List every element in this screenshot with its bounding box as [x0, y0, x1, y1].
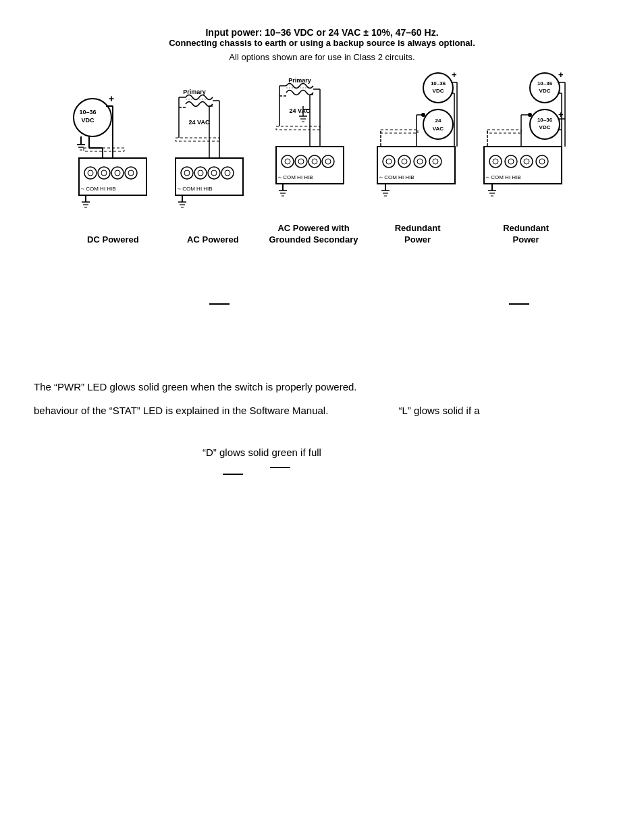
svg-text:+: + — [452, 70, 457, 80]
svg-point-47 — [225, 170, 230, 176]
svg-point-134 — [493, 159, 498, 164]
label-ac-grounded: AC Powered withGrounded Secondary — [269, 223, 358, 246]
diagram-ac-powered: Primary 24 VAC — [169, 80, 257, 246]
label-ac-powered: AC Powered — [187, 234, 239, 246]
svg-point-71 — [285, 159, 290, 164]
svg-rect-97 — [381, 130, 418, 133]
svg-text:Primary: Primary — [289, 77, 312, 84]
svg-point-41 — [184, 170, 190, 176]
svg-point-138 — [524, 159, 529, 164]
svg-text:⏦ COM HI HIB: ⏦ COM HI HIB — [81, 186, 116, 192]
header-section: Input power: 10–36 VDC or 24 VAC ± 10%, … — [34, 27, 610, 62]
svg-point-43 — [198, 170, 203, 176]
svg-text:VAC: VAC — [432, 126, 444, 132]
svg-point-70 — [281, 155, 294, 168]
desc-line2: behaviour of the “STAT” LED is explained… — [34, 401, 610, 420]
svg-point-104 — [414, 155, 426, 168]
description-section: The “PWR” LED glows solid green when the… — [34, 378, 610, 475]
svg-text:+: + — [109, 93, 114, 104]
svg-point-107 — [433, 159, 438, 164]
svg-point-103 — [402, 159, 407, 164]
svg-point-87 — [423, 109, 453, 139]
svg-text:10–36: 10–36 — [80, 109, 97, 116]
label-redundant-2: RedundantPower — [503, 223, 549, 246]
svg-text:⏦ COM HI HIB: ⏦ COM HI HIB — [379, 174, 414, 180]
svg-text:⏦ COM HI HIB: ⏦ COM HI HIB — [178, 186, 213, 192]
label-redundant-1: RedundantPower — [395, 223, 441, 246]
svg-point-18 — [101, 170, 107, 176]
diagram-redundant-2: 10–36 VDC + 10–36 VDC + — [477, 69, 575, 246]
svg-text:⏦ COM HI HIB: ⏦ COM HI HIB — [486, 174, 521, 180]
svg-point-16 — [88, 170, 93, 176]
svg-text:10–36: 10–36 — [537, 80, 552, 86]
header-line1: Input power: 10–36 VDC or 24 VAC ± 10%, … — [34, 27, 610, 38]
diagram-redundant-1: 10–36 VDC + 24 VAC — [371, 69, 465, 246]
svg-point-22 — [128, 170, 134, 176]
svg-text:VDC: VDC — [432, 88, 444, 94]
svg-text:+: + — [558, 109, 564, 120]
svg-text:24 VAC: 24 VAC — [189, 119, 210, 126]
svg-point-101 — [386, 159, 392, 164]
svg-text:10–36: 10–36 — [537, 117, 552, 123]
svg-point-73 — [298, 159, 304, 164]
svg-text:24 VAC: 24 VAC — [290, 107, 311, 114]
svg-point-102 — [398, 155, 410, 168]
svg-point-76 — [322, 155, 334, 168]
svg-point-74 — [308, 155, 321, 168]
svg-point-46 — [221, 167, 234, 179]
svg-point-21 — [125, 167, 137, 179]
header-line2: Connecting chassis to earth or using a b… — [34, 38, 610, 48]
svg-point-136 — [508, 159, 514, 164]
svg-point-20 — [115, 170, 120, 176]
svg-text:10–36: 10–36 — [430, 80, 446, 86]
diagrams-row: 10–36 VDC + — [34, 69, 610, 246]
svg-text:⏦ COM HI HIB: ⏦ COM HI HIB — [278, 174, 313, 180]
svg-point-75 — [312, 159, 317, 164]
svg-text:24: 24 — [435, 118, 441, 124]
svg-point-72 — [295, 155, 307, 168]
svg-point-15 — [84, 167, 97, 179]
svg-point-77 — [325, 159, 331, 164]
svg-point-44 — [208, 167, 220, 179]
svg-rect-130 — [487, 130, 521, 133]
svg-point-19 — [111, 167, 124, 179]
svg-text:Primary: Primary — [184, 88, 207, 95]
diagram-ac-grounded: Primary 24 VAC — [269, 69, 358, 246]
svg-rect-38 — [176, 138, 219, 141]
svg-point-17 — [98, 167, 110, 179]
diagram-dc-powered: 10–36 VDC + — [69, 80, 157, 246]
svg-point-106 — [429, 155, 441, 168]
svg-point-40 — [181, 167, 193, 179]
desc-line4: “D” glows solid green if full — [34, 443, 610, 461]
desc-line1: The “PWR” LED glows solid green when the… — [34, 378, 610, 396]
svg-point-45 — [211, 170, 217, 176]
svg-text:VDC: VDC — [539, 124, 550, 130]
label-dc-powered: DC Powered — [87, 234, 139, 246]
svg-rect-68 — [276, 126, 320, 130]
svg-text:VDC: VDC — [539, 88, 550, 94]
svg-point-105 — [417, 159, 423, 164]
svg-point-135 — [505, 155, 517, 168]
svg-point-100 — [383, 155, 395, 168]
header-line3: All options shown are for use in Class 2… — [34, 52, 610, 62]
svg-text:VDC: VDC — [82, 117, 95, 124]
svg-point-140 — [539, 159, 545, 164]
svg-point-137 — [520, 155, 533, 168]
svg-point-42 — [194, 167, 207, 179]
svg-point-139 — [536, 155, 548, 168]
svg-text:+: + — [558, 70, 564, 80]
svg-point-133 — [489, 155, 502, 168]
